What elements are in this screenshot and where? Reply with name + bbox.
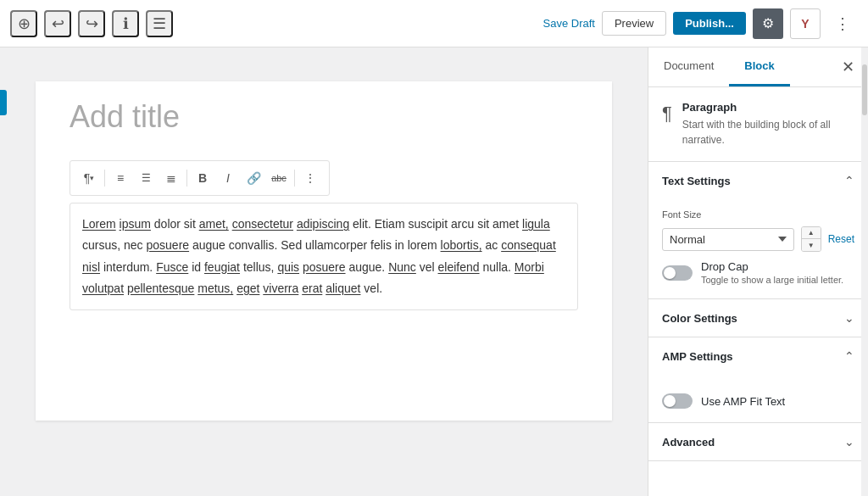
top-bar-left: ⊕ ↩ ↪ ℹ ☰ <box>10 10 543 37</box>
color-settings-header[interactable]: Color Settings ⌄ <box>648 299 868 337</box>
vertical-dots-icon: ⋮ <box>304 171 316 185</box>
text-settings-label: Text Settings <box>662 175 731 187</box>
align-right-button[interactable]: ≣ <box>159 166 183 190</box>
text-word-feugiat: feugiat <box>204 260 240 274</box>
text-word-viverra: viverra <box>263 281 298 295</box>
align-left-icon: ≡ <box>117 171 124 185</box>
text-block[interactable]: Lorem ipsum dolor sit amet, consectetur … <box>70 203 578 310</box>
reset-button[interactable]: Reset <box>828 233 854 245</box>
text-word-quis: quis <box>277 260 299 274</box>
text-word-lobortis: lobortis, <box>441 238 482 252</box>
tab-block[interactable]: Block <box>729 47 789 86</box>
save-draft-link[interactable]: Save Draft <box>543 17 595 30</box>
text-settings-chevron: ⌃ <box>844 174 854 187</box>
text-word-metus: metus, <box>198 281 233 295</box>
text-word-pellentesque: pellentesque <box>127 281 194 295</box>
text-word-nunc: Nunc <box>388 260 416 274</box>
text-word-lorem: Lorem <box>82 217 116 231</box>
yoast-icon: Y <box>801 17 809 31</box>
drop-cap-label: Drop Cap <box>701 260 843 273</box>
strikethrough-icon: abc <box>271 173 287 183</box>
text-word-consequat: consequat <box>501 238 556 252</box>
amp-settings-chevron: ⌃ <box>844 349 854 363</box>
text-word-morbi: Morbi <box>515 260 544 274</box>
yoast-button[interactable]: Y <box>790 8 821 39</box>
amp-fit-text-toggle-row: Use AMP Fit Text <box>662 393 854 409</box>
sidebar: Document Block ✕ ¶ Paragraph Start with … <box>648 47 868 496</box>
strikethrough-button[interactable]: abc <box>267 166 291 190</box>
title-area[interactable]: Add title <box>70 98 578 135</box>
bold-button[interactable]: B <box>191 166 214 190</box>
title-placeholder: Add title <box>70 98 578 135</box>
gear-icon: ⚙ <box>762 15 774 31</box>
info-button[interactable]: ℹ <box>112 10 139 37</box>
advanced-header[interactable]: Advanced ⌄ <box>648 423 868 461</box>
align-left-button[interactable]: ≡ <box>108 166 132 190</box>
undo-button[interactable]: ↩ <box>44 10 71 37</box>
text-word-volutpat: volutpat <box>82 281 124 295</box>
toolbar-divider-1 <box>104 170 105 187</box>
text-word-eleifend: eleifend <box>438 260 480 274</box>
align-center-icon: ☰ <box>142 172 151 184</box>
settings-button[interactable]: ⚙ <box>753 8 783 39</box>
toolbar-divider-2 <box>186 170 187 187</box>
editor-content: Add title ¶ ▾ ≡ ☰ ≣ <box>36 81 612 421</box>
paragraph-title: Paragraph <box>682 101 854 114</box>
close-icon: ✕ <box>842 58 854 76</box>
spinner-up-button[interactable]: ▲ <box>802 227 821 239</box>
align-right-icon: ≣ <box>166 171 176 185</box>
align-center-button[interactable]: ☰ <box>134 166 158 190</box>
more-options-button[interactable]: ⋮ <box>827 8 858 39</box>
add-button[interactable]: ⊕ <box>10 10 37 37</box>
text-word-amet1: amet, <box>199 217 229 231</box>
text-word-aliquet: aliquet <box>326 281 360 295</box>
editor-area: Add title ¶ ▾ ≡ ☰ ≣ <box>0 47 648 496</box>
text-word-fusce: Fusce <box>156 260 188 274</box>
more-toolbar-options[interactable]: ⋮ <box>298 166 322 190</box>
drop-cap-toggle[interactable] <box>662 265 693 281</box>
italic-button[interactable]: I <box>216 166 240 190</box>
spinner-down-button[interactable]: ▼ <box>802 239 821 251</box>
scrollbar-thumb[interactable] <box>862 64 867 115</box>
block-toolbar: ¶ ▾ ≡ ☰ ≣ B <box>70 160 330 196</box>
amp-settings-body: Use AMP Fit Text <box>648 375 868 423</box>
dots-icon: ⋮ <box>835 14 850 33</box>
scrollbar-track[interactable] <box>861 47 868 496</box>
amp-settings-header[interactable]: AMP Settings ⌃ <box>648 337 868 375</box>
link-icon: 🔗 <box>247 171 261 185</box>
paragraph-description: Paragraph Start with the building block … <box>682 101 854 148</box>
paragraph-text: Lorem ipsum dolor sit amet, consectetur … <box>82 214 565 299</box>
color-settings-label: Color Settings <box>662 312 737 325</box>
main-area: Add title ¶ ▾ ≡ ☰ ≣ <box>0 47 868 496</box>
drop-cap-desc: Toggle to show a large initial letter. <box>701 275 843 285</box>
text-word-consectetur: consectetur <box>232 217 293 231</box>
text-settings-body: Font Size Normal Small Medium Large Huge… <box>648 199 868 299</box>
color-settings-chevron: ⌄ <box>844 311 854 325</box>
text-word-nisl: nisl <box>82 260 100 274</box>
font-size-label: Font Size <box>662 209 854 220</box>
text-word-ipsum: ipsum <box>120 217 151 231</box>
paragraph-desc: Start with the building block of all nar… <box>682 117 854 148</box>
sidebar-header: Document Block ✕ <box>648 47 868 87</box>
list-view-button[interactable]: ☰ <box>146 10 173 37</box>
redo-button[interactable]: ↪ <box>78 10 105 37</box>
paragraph-icon: ¶ <box>84 171 91 185</box>
text-word-posuere2: posuere <box>303 260 346 274</box>
amp-fit-text-toggle[interactable] <box>662 393 693 409</box>
tab-document[interactable]: Document <box>648 47 729 86</box>
text-settings-header[interactable]: Text Settings ⌃ <box>648 162 868 199</box>
preview-button[interactable]: Preview <box>602 11 666 36</box>
top-bar: ⊕ ↩ ↪ ℹ ☰ Save Draft Preview Publish... … <box>0 0 868 47</box>
text-word-erat: erat <box>302 281 322 295</box>
font-size-select[interactable]: Normal Small Medium Large Huge <box>662 228 794 251</box>
sidebar-close-button[interactable]: ✕ <box>836 55 860 79</box>
font-size-controls: Normal Small Medium Large Huge ▲ ▼ Reset <box>662 226 854 252</box>
top-bar-right: Save Draft Preview Publish... ⚙ Y ⋮ <box>543 8 858 39</box>
link-button[interactable]: 🔗 <box>242 166 265 190</box>
publish-button[interactable]: Publish... <box>673 12 746 35</box>
paragraph-type-button[interactable]: ¶ ▾ <box>77 166 101 190</box>
paragraph-info: ¶ Paragraph Start with the building bloc… <box>648 87 868 162</box>
text-word-posuere1: posuere <box>146 238 189 252</box>
paragraph-block-icon: ¶ <box>662 103 672 125</box>
text-word-ligula: ligula <box>522 217 550 231</box>
